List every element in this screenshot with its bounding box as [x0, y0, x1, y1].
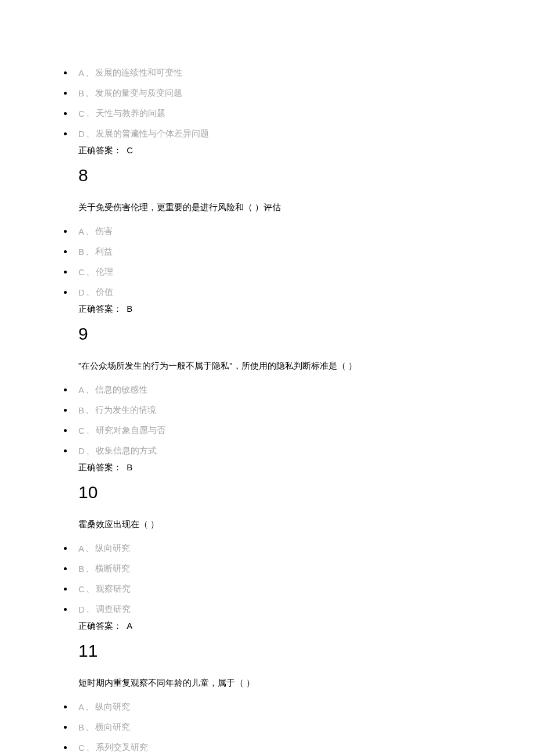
- question-text: 霍桑效应出现在（ ）: [78, 517, 534, 531]
- option-text: 行为发生的情境: [95, 405, 156, 416]
- option-letter: B: [78, 247, 84, 257]
- question-7-options: A 、 发展的连续性和可变性 B 、 发展的量变与质变问题 C 、 天性与教养的…: [0, 63, 534, 144]
- option-separator: 、: [86, 128, 95, 139]
- option-letter: D: [78, 446, 85, 456]
- option-letter: A: [78, 543, 84, 553]
- answer-value: A: [127, 621, 132, 631]
- bullet-icon: [64, 291, 67, 294]
- correct-answer: 正确答案： C: [78, 144, 534, 161]
- answer-label: 正确答案：: [78, 462, 122, 472]
- option-separator: 、: [85, 722, 94, 733]
- option-separator: 、: [86, 267, 95, 278]
- answer-label: 正确答案：: [78, 145, 122, 155]
- answer-value: B: [127, 462, 132, 472]
- option-item: A 、 纵向研究: [64, 697, 534, 717]
- option-letter: D: [78, 604, 85, 614]
- bullet-icon: [64, 726, 67, 729]
- option-item: B 、 发展的量变与质变问题: [64, 83, 534, 103]
- option-text: 系列交叉研究: [96, 742, 148, 753]
- option-separator: 、: [86, 108, 95, 119]
- option-item: A 、 纵向研究: [64, 538, 534, 559]
- option-text: 纵向研究: [95, 701, 130, 712]
- correct-answer: 正确答案： B: [78, 461, 534, 478]
- bullet-icon: [64, 608, 67, 611]
- option-item: C 、 观察研究: [64, 579, 534, 599]
- option-item: B 、 利益: [64, 242, 534, 262]
- option-item: B 、 横断研究: [64, 559, 534, 579]
- option-item: B 、 行为发生的情境: [64, 400, 534, 420]
- bullet-icon: [64, 92, 67, 95]
- option-letter: B: [78, 722, 84, 732]
- option-separator: 、: [85, 563, 94, 574]
- option-text: 天性与教养的问题: [96, 108, 165, 119]
- bullet-icon: [64, 567, 67, 570]
- option-separator: 、: [86, 604, 95, 615]
- question-number: 8: [78, 165, 534, 185]
- option-letter: B: [78, 88, 84, 98]
- bullet-icon: [64, 112, 67, 115]
- bullet-icon: [64, 71, 67, 74]
- bullet-icon: [64, 388, 67, 391]
- answer-label: 正确答案：: [78, 621, 122, 631]
- option-letter: B: [78, 564, 84, 574]
- option-letter: C: [78, 743, 85, 753]
- option-separator: 、: [86, 584, 95, 595]
- question-text: "在公众场所发生的行为一般不属于隐私"，所使用的隐私判断标准是（ ）: [78, 359, 534, 373]
- option-letter: A: [78, 385, 84, 395]
- option-letter: A: [78, 702, 84, 712]
- question-number: 11: [78, 641, 534, 661]
- option-text: 观察研究: [96, 584, 131, 595]
- option-letter: A: [78, 68, 84, 78]
- question-10-options: A 、 纵向研究 B 、 横断研究 C 、 观察研究 D 、 调查研究: [0, 538, 534, 620]
- option-text: 纵向研究: [95, 543, 130, 554]
- option-item: A 、 信息的敏感性: [64, 380, 534, 400]
- option-text: 研究对象自愿与否: [96, 425, 165, 436]
- option-item: D 、 发展的普遍性与个体差异问题: [64, 124, 534, 144]
- option-separator: 、: [85, 701, 94, 712]
- option-separator: 、: [86, 425, 95, 436]
- option-text: 发展的普遍性与个体差异问题: [96, 128, 209, 139]
- option-item: D 、 价值: [64, 282, 534, 303]
- option-item: B 、 横向研究: [64, 717, 534, 737]
- option-separator: 、: [85, 543, 94, 554]
- option-text: 利益: [95, 246, 113, 257]
- option-text: 发展的量变与质变问题: [95, 88, 182, 99]
- bullet-icon: [64, 449, 67, 452]
- answer-value: C: [127, 145, 133, 155]
- question-11-options: A 、 纵向研究 B 、 横向研究 C 、 系列交叉研究: [0, 697, 534, 756]
- correct-answer: 正确答案： B: [78, 303, 534, 319]
- option-item: D 、 收集信息的方式: [64, 441, 534, 461]
- answer-label: 正确答案：: [78, 304, 122, 314]
- option-separator: 、: [86, 742, 95, 753]
- question-text: 关于免受伤害伦理，更重要的是进行风险和（ ）评估: [78, 200, 534, 214]
- option-item: C 、 天性与教养的问题: [64, 103, 534, 124]
- option-text: 横向研究: [95, 722, 130, 733]
- option-item: C 、 伦理: [64, 262, 534, 282]
- question-8-options: A 、 伤害 B 、 利益 C 、 伦理 D 、 价值: [0, 221, 534, 303]
- question-text: 短时期内重复观察不同年龄的儿童，属于（ ）: [78, 676, 534, 690]
- bullet-icon: [64, 547, 67, 550]
- option-text: 发展的连续性和可变性: [95, 67, 182, 78]
- option-separator: 、: [85, 384, 94, 395]
- bullet-icon: [64, 705, 67, 708]
- bullet-icon: [64, 746, 67, 749]
- question-number: 9: [78, 324, 534, 344]
- option-letter: C: [78, 584, 85, 594]
- option-text: 伦理: [96, 267, 113, 278]
- bullet-icon: [64, 132, 67, 135]
- option-separator: 、: [85, 246, 94, 257]
- option-text: 横断研究: [95, 563, 130, 574]
- option-letter: D: [78, 287, 85, 297]
- bullet-icon: [64, 230, 67, 233]
- bullet-icon: [64, 429, 67, 432]
- option-separator: 、: [85, 405, 94, 416]
- option-letter: A: [78, 226, 84, 236]
- option-item: A 、 伤害: [64, 221, 534, 242]
- option-item: C 、 研究对象自愿与否: [64, 420, 534, 441]
- option-letter: D: [78, 129, 85, 139]
- bullet-icon: [64, 271, 67, 273]
- option-item: A 、 发展的连续性和可变性: [64, 63, 534, 83]
- question-9-options: A 、 信息的敏感性 B 、 行为发生的情境 C 、 研究对象自愿与否 D 、 …: [0, 380, 534, 461]
- option-item: C 、 系列交叉研究: [64, 737, 534, 756]
- correct-answer: 正确答案： A: [78, 620, 534, 636]
